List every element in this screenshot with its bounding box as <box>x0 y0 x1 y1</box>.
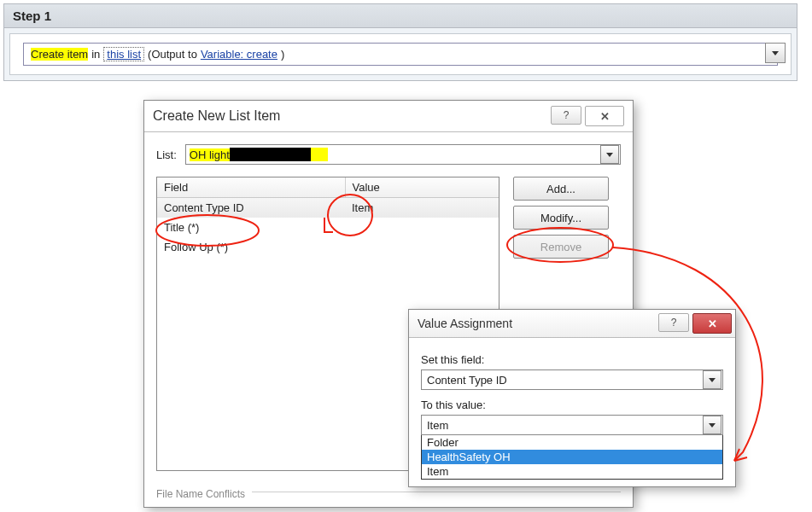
close-button[interactable]: ✕ <box>585 106 624 126</box>
dialog-titlebar: Create New List Item ? ✕ <box>144 101 633 132</box>
label-to-value: To this value: <box>421 399 723 411</box>
option-item[interactable]: Item <box>422 464 722 479</box>
value-selected: Item <box>427 419 448 432</box>
field-cell: Follow Up (*) <box>157 237 345 257</box>
help-button[interactable]: ? <box>551 106 581 125</box>
field-cell: Title (*) <box>157 218 345 237</box>
col-field[interactable]: Field <box>157 177 345 198</box>
action-create-item: Create item <box>31 48 88 61</box>
action-text-end: ) <box>281 48 284 61</box>
close-icon: ✕ <box>708 317 717 330</box>
table-row[interactable]: Content Type IDItem <box>157 198 499 218</box>
dialog-value-assignment: Value Assignment ? ✕ Set this field: Con… <box>408 309 736 487</box>
action-dropdown[interactable] <box>765 43 786 63</box>
dialog-titlebar[interactable]: Value Assignment ? ✕ <box>409 310 735 338</box>
highlight-bar <box>311 148 328 161</box>
close-button[interactable]: ✕ <box>692 313 732 334</box>
list-dropdown[interactable]: OH light <box>185 144 621 165</box>
add-button[interactable]: Add... <box>513 177 609 201</box>
option-item[interactable]: HealthSafety OH <box>422 450 722 464</box>
chevron-down-icon <box>772 51 779 55</box>
help-button[interactable]: ? <box>658 313 689 332</box>
step-panel: Step 1 Create item in this list (Output … <box>3 3 797 81</box>
value-cell <box>345 218 499 237</box>
option-item[interactable]: Folder <box>422 435 722 450</box>
label-set-field: Set this field: <box>421 353 723 366</box>
field-value: Content Type ID <box>427 374 507 387</box>
action-text-after: (Output to <box>148 48 197 61</box>
dialog-title: Create New List Item <box>153 108 280 124</box>
step-body: Create item in this list (Output to Vari… <box>9 33 792 75</box>
chevron-down-icon <box>709 423 716 428</box>
table-row[interactable]: Title (*) <box>157 218 499 237</box>
link-this-list[interactable]: this list <box>103 47 144 61</box>
value-options-list: FolderHealthSafety OHItem <box>421 434 723 480</box>
link-variable[interactable]: Variable: create <box>201 48 277 61</box>
col-value[interactable]: Value <box>345 177 499 198</box>
workflow-action-row[interactable]: Create item in this list (Output to Vari… <box>23 43 778 66</box>
value-dropdown[interactable]: Item <box>421 415 723 435</box>
field-dropdown-arrow[interactable] <box>703 370 721 389</box>
file-conflict-label: File Name Conflicts <box>156 488 245 500</box>
list-label: List: <box>156 148 177 161</box>
remove-button: Remove <box>513 235 609 259</box>
redacted-bar <box>230 148 311 161</box>
list-value: OH light <box>190 148 230 161</box>
dialog-title: Value Assignment <box>418 317 512 330</box>
chevron-down-icon <box>709 378 716 382</box>
step-title: Step 1 <box>4 4 797 28</box>
value-cell <box>345 237 499 257</box>
value-cell: Item <box>345 198 499 218</box>
field-cell: Content Type ID <box>157 198 345 218</box>
action-text: in <box>91 48 100 61</box>
close-icon: ✕ <box>600 110 610 123</box>
table-row[interactable]: Follow Up (*) <box>157 237 499 257</box>
field-dropdown[interactable]: Content Type ID <box>421 369 723 390</box>
list-dropdown-arrow[interactable] <box>600 145 619 164</box>
chevron-down-icon <box>606 153 613 157</box>
modify-button[interactable]: Modify... <box>513 206 609 230</box>
value-dropdown-arrow[interactable] <box>703 416 721 434</box>
